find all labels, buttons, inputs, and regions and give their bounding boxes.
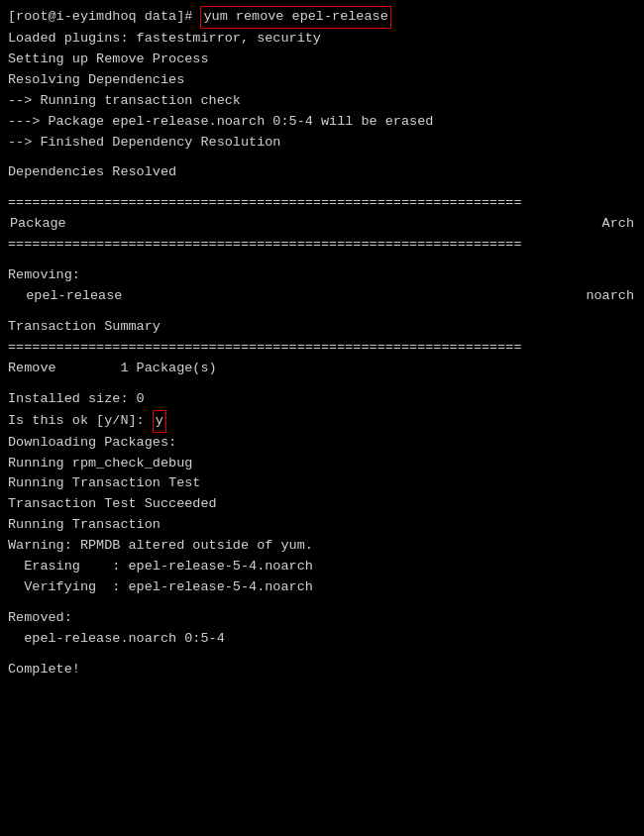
col-arch-header: Arch	[602, 214, 634, 235]
output-line-4: --> Running transaction check	[8, 91, 636, 112]
package-name: epel-release	[10, 286, 122, 307]
output-line-5: ---> Package epel-release.noarch 0:5-4 w…	[8, 112, 636, 133]
tx-test: Running Transaction Test	[8, 473, 636, 494]
package-row: epel-release noarch	[8, 286, 636, 307]
output-line-3: Resolving Dependencies	[8, 70, 636, 91]
spacer-7	[8, 650, 636, 660]
remove-line: Remove 1 Package(s)	[8, 359, 636, 379]
removing-label: Removing:	[8, 265, 636, 286]
spacer-5	[8, 379, 636, 389]
col-package-header: Package	[10, 214, 66, 235]
rpm-check: Running rpm_check_debug	[8, 454, 636, 474]
transaction-summary-label: Transaction Summary	[8, 317, 636, 338]
spacer-6	[8, 598, 636, 608]
verifying-line: Verifying : epel-release-5-4.noarch	[8, 577, 636, 598]
separator-mid: ========================================…	[8, 235, 636, 256]
downloading: Downloading Packages:	[8, 433, 636, 454]
warning-rpmdb: Warning: RPMDB altered outside of yum.	[8, 536, 636, 557]
removed-label: Removed:	[8, 608, 636, 629]
output-line-2: Setting up Remove Process	[8, 50, 636, 70]
table-header-row: Package Arch	[8, 214, 636, 235]
spacer-3	[8, 256, 636, 265]
spacer-1	[8, 153, 636, 162]
spacer-4	[8, 307, 636, 317]
output-deps-resolved: Dependencies Resolved	[8, 162, 636, 183]
separator-tx: ========================================…	[8, 338, 636, 359]
running-tx: Running Transaction	[8, 515, 636, 536]
yn-line: Is this ok [y/N]: y	[8, 410, 636, 433]
prompt-text: [root@i-eyimdhoq data]#	[8, 7, 200, 28]
command-box: yum remove epel-release	[200, 6, 390, 29]
separator-top: ========================================…	[8, 193, 636, 214]
prompt-line: [root@i-eyimdhoq data]# yum remove epel-…	[8, 6, 636, 29]
spacer-2	[8, 183, 636, 193]
terminal-window: [root@i-eyimdhoq data]# yum remove epel-…	[8, 6, 636, 680]
output-line-6: --> Finished Dependency Resolution	[8, 133, 636, 154]
tx-test-succeeded: Transaction Test Succeeded	[8, 494, 636, 515]
package-arch: noarch	[586, 286, 634, 307]
yn-prompt: Is this ok [y/N]:	[8, 411, 153, 432]
erasing-line: Erasing : epel-release-5-4.noarch	[8, 557, 636, 577]
complete-label: Complete!	[8, 660, 636, 680]
removed-package: epel-release.noarch 0:5-4	[8, 629, 636, 650]
yn-input-box: y	[153, 410, 166, 433]
installed-size: Installed size: 0	[8, 389, 636, 410]
output-line-1: Loaded plugins: fastestmirror, security	[8, 29, 636, 50]
